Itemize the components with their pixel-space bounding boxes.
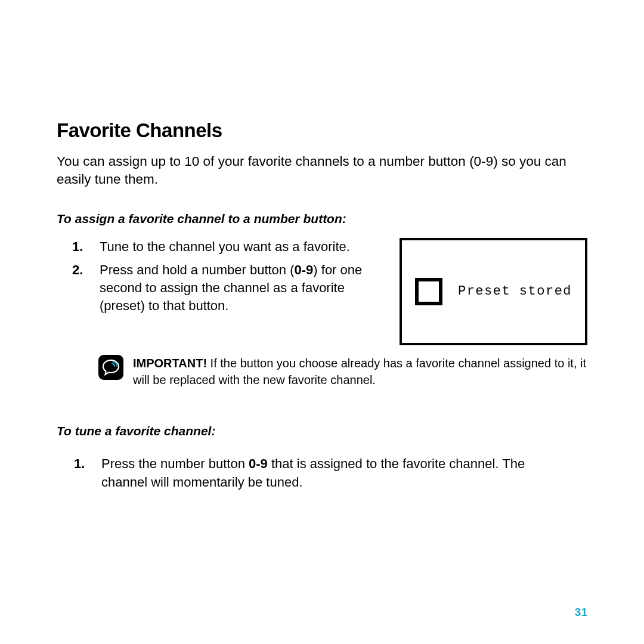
step-number: 1. — [74, 455, 85, 473]
step-text: Press the number button 0-9 that is assi… — [101, 456, 525, 490]
preset-box-icon — [415, 278, 442, 305]
display-message: Preset stored — [458, 284, 572, 299]
important-text: IMPORTANT! If the button you choose alre… — [133, 354, 587, 388]
step-text: Press and hold a number button (0-9) for… — [100, 262, 362, 312]
tune-subheading: To tune a favorite channel: — [57, 424, 587, 438]
manual-page: Favorite Channels You can assign up to 1… — [0, 0, 644, 644]
tune-steps-list: 1. Press the number button 0-9 that is a… — [57, 455, 587, 492]
step-text: Tune to the channel you want as a favori… — [100, 239, 350, 254]
assign-steps-col: 1. Tune to the channel you want as a fav… — [57, 238, 388, 345]
assign-subheading: To assign a favorite channel to a number… — [57, 212, 587, 226]
display-preview-col: Preset stored — [400, 238, 587, 345]
page-title: Favorite Channels — [57, 119, 587, 142]
page-number: 31 — [575, 606, 587, 619]
step-number: 1. — [72, 238, 83, 256]
assign-steps-list: 1. Tune to the channel you want as a fav… — [57, 238, 388, 315]
assign-section: 1. Tune to the channel you want as a fav… — [57, 238, 587, 345]
list-item: 2. Press and hold a number button (0-9) … — [100, 261, 388, 314]
step-number: 2. — [72, 261, 83, 279]
list-item: 1. Tune to the channel you want as a fav… — [100, 238, 388, 256]
important-note: IMPORTANT! If the button you choose alre… — [57, 354, 587, 388]
list-item: 1. Press the number button 0-9 that is a… — [101, 455, 537, 492]
important-label: IMPORTANT! — [133, 357, 207, 370]
speech-important-icon — [98, 355, 123, 380]
display-preview: Preset stored — [400, 238, 587, 345]
intro-paragraph: You can assign up to 10 of your favorite… — [57, 153, 587, 189]
